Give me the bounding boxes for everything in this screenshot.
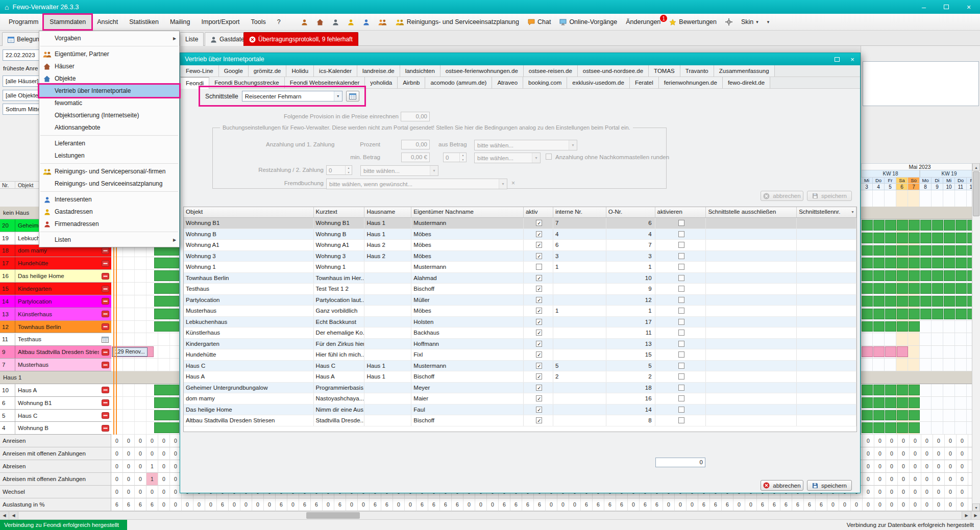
- vertical-scrollbar[interactable]: ▲ ▼: [972, 163, 980, 511]
- menu-item-objekte[interactable]: Objekte: [39, 72, 179, 85]
- checkbox-aktivieren[interactable]: [678, 351, 684, 358]
- booking-cell[interactable]: [885, 346, 896, 357]
- booking-cell[interactable]: [885, 296, 896, 307]
- portal-table-row[interactable]: Wohnung BWohnung BHaus 1Möbes✓44: [184, 229, 856, 240]
- booking-cell[interactable]: [873, 245, 885, 256]
- dialog-maximize-button[interactable]: [829, 53, 845, 65]
- checkbox-aktivieren[interactable]: [678, 286, 684, 292]
- booking-cell[interactable]: [897, 385, 908, 395]
- booking-cell[interactable]: [932, 309, 943, 319]
- cell-aktiv[interactable]: ✓: [524, 273, 553, 284]
- cell-aktivieren[interactable]: [655, 240, 706, 250]
- cell-aktivieren[interactable]: [655, 273, 706, 284]
- cell-aktiv[interactable]: ✓: [524, 405, 553, 415]
- dialog-tab-ferienwohnungen-de[interactable]: ferienwohnungen.de: [659, 77, 723, 88]
- scrollbar-thumb[interactable]: [973, 171, 979, 216]
- toolbar-chat[interactable]: Chat: [524, 16, 554, 28]
- chevron-down-icon[interactable]: ▾: [334, 91, 342, 101]
- abbrechen-button[interactable]: abbrechen: [761, 480, 803, 491]
- menubar-[interactable]: ?: [272, 15, 286, 29]
- spin-up-icon[interactable]: ▲: [460, 153, 466, 158]
- booking-cell[interactable]: [944, 258, 955, 268]
- cell-aktivieren[interactable]: [655, 327, 706, 338]
- booking-cell[interactable]: [873, 283, 885, 294]
- dialog-tab-landsichten[interactable]: landsichten: [400, 65, 440, 77]
- booking-bar[interactable]: [154, 258, 179, 268]
- portal-table-row[interactable]: TesthausTest Test 1 2Bischoff✓9: [184, 284, 856, 295]
- dialog-tab-atraveo[interactable]: Atraveo: [492, 77, 523, 88]
- booking-cell[interactable]: [897, 309, 908, 319]
- checkbox-aktivieren[interactable]: [678, 373, 684, 380]
- booking-cell[interactable]: [955, 270, 967, 281]
- booking-cell[interactable]: [909, 321, 920, 332]
- cell-aktivieren[interactable]: [655, 393, 706, 404]
- cell-aktivieren[interactable]: [655, 306, 706, 316]
- booking-cell[interactable]: [885, 321, 896, 332]
- schnittstelle-extra-button[interactable]: [346, 91, 359, 102]
- menubar-mailing[interactable]: Mailing: [164, 15, 196, 29]
- booking-cell[interactable]: [920, 283, 932, 294]
- checkbox-aktiv[interactable]: ✓: [536, 220, 542, 226]
- cell-aktivieren[interactable]: [655, 371, 706, 382]
- scroll-right-icon[interactable]: ▶: [962, 512, 971, 519]
- booking-cell[interactable]: [932, 270, 943, 281]
- checkbox-aktiv[interactable]: ✓: [536, 253, 542, 259]
- booking-bar[interactable]: [154, 283, 179, 294]
- booking-cell[interactable]: [909, 233, 920, 243]
- booking-cell[interactable]: [897, 346, 908, 357]
- checkbox-aktiv[interactable]: ✓: [536, 417, 542, 423]
- min-betrag-select[interactable]: bitte wählen... ▾: [474, 153, 541, 163]
- cell-aktivieren[interactable]: [655, 405, 706, 415]
- maximize-button[interactable]: [935, 0, 958, 14]
- cell-aktivieren[interactable]: [655, 295, 706, 306]
- clear-icon[interactable]: ×: [511, 180, 515, 187]
- menu-item-objektsortierung-internetseite[interactable]: Objektsortierung (Internetseite): [39, 109, 179, 121]
- booking-cell[interactable]: [897, 321, 908, 332]
- cell-aktiv[interactable]: ✓: [524, 240, 553, 250]
- aus-betrag-select[interactable]: bitte wählen... ▾: [474, 140, 577, 150]
- portal-table-row[interactable]: HundehütteHier fühl ich mich...Fixl✓15: [184, 349, 856, 361]
- checkbox-aktivieren[interactable]: [678, 242, 684, 248]
- booking-cell[interactable]: [897, 422, 908, 433]
- booking-cell[interactable]: [909, 410, 920, 421]
- booking-cell[interactable]: [944, 296, 955, 307]
- blocked-icon[interactable]: [99, 260, 111, 267]
- checkbox-aktivieren[interactable]: [678, 319, 684, 325]
- fremdbuchung-select[interactable]: bitte wählen, wenn gewünscht... ▾: [326, 179, 507, 189]
- calendar-date[interactable]: 7: [908, 184, 920, 190]
- booking-cell[interactable]: [909, 245, 920, 256]
- booking-cell[interactable]: [932, 233, 943, 243]
- menu-item-interessenten[interactable]: Interessenten: [39, 193, 179, 206]
- schnittstelle-select[interactable]: Reisecenter Fehmarn ▾: [242, 91, 342, 102]
- booking-cell[interactable]: [920, 245, 932, 256]
- menubar-stammdaten[interactable]: Stammdaten: [44, 15, 91, 29]
- portal-table-row[interactable]: Wohnung A1Wohnung A1Haus 2Möbes✓67: [184, 240, 856, 251]
- column-header-eigent-mer-nachname[interactable]: Eigentümer Nachname: [411, 207, 524, 217]
- portal-table-row[interactable]: Das heilige HomeNimm dir eine Aus...Faul…: [184, 405, 856, 416]
- menu-item-listen[interactable]: Listen▶: [39, 234, 179, 246]
- portal-table-row[interactable]: Geheimer UntergrundbungalowProgrammierba…: [184, 383, 856, 394]
- booking-cell[interactable]: [920, 233, 932, 243]
- checkbox-aktiv[interactable]: ✓: [536, 297, 542, 303]
- checkbox-aktivieren[interactable]: [678, 330, 684, 336]
- portal-table-row[interactable]: LebkuchenhausEcht BackkunstHolsten✓17: [184, 317, 856, 328]
- booking-cell[interactable]: [862, 296, 873, 307]
- toolbar-person-dark[interactable]: [329, 16, 342, 28]
- booking-cell[interactable]: [873, 258, 885, 268]
- dialog-tab-zusammenfassung[interactable]: Zusammenfassung: [714, 65, 775, 77]
- booking-cell[interactable]: [885, 410, 896, 421]
- menu-item-vorgaben[interactable]: Vorgaben▶: [39, 32, 179, 44]
- dialog-tab-exklusiv-usedom-de[interactable]: exklusiv-usedom.de: [567, 77, 630, 88]
- booking-cell[interactable]: [932, 258, 943, 268]
- cell-aktivieren[interactable]: [655, 262, 706, 272]
- booking-cell[interactable]: [909, 258, 920, 268]
- booking-cell[interactable]: [897, 270, 908, 281]
- room-row-townhaus-berlin[interactable]: 12Townhaus Berlin: [0, 321, 111, 334]
- booking-cell[interactable]: [873, 220, 885, 231]
- booking-cell[interactable]: [909, 309, 920, 319]
- portal-table-row[interactable]: Haus CHaus CHaus 1Mustermann✓55: [184, 361, 856, 372]
- room-row-haus-a[interactable]: 10Haus A: [0, 384, 111, 397]
- blocked-icon[interactable]: [99, 425, 111, 432]
- toolbar-people-orange[interactable]: [375, 16, 390, 28]
- booking-cell[interactable]: [862, 270, 873, 281]
